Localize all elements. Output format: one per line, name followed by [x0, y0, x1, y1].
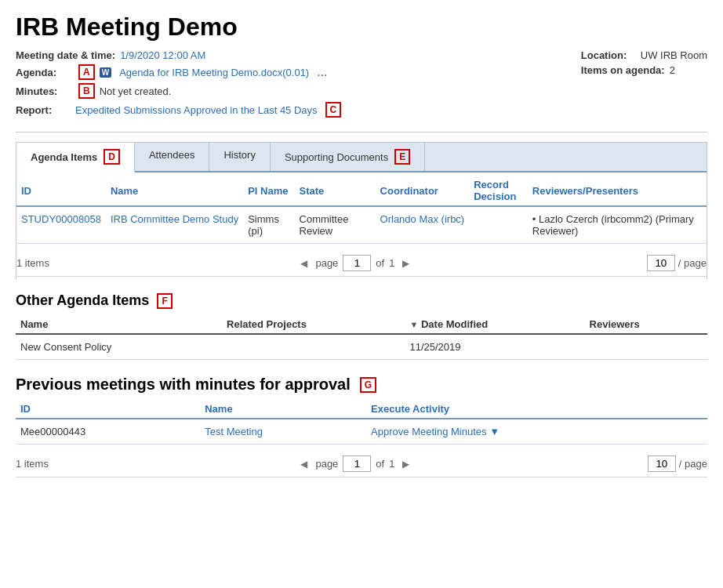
tabs-container: Agenda Items D Attendees History Support…	[16, 142, 707, 280]
agenda-pagination: 1 items ◀ page of 1 ▶ / page	[16, 250, 707, 277]
page-input[interactable]	[343, 255, 371, 271]
prev-next-page-button[interactable]: ▶	[399, 457, 412, 471]
of-label: of	[376, 257, 384, 269]
col-name: Name	[106, 172, 243, 206]
tab-agenda-items[interactable]: Agenda Items D	[16, 143, 135, 172]
agenda-items-count: 1 items	[16, 257, 64, 269]
col-id: ID	[16, 172, 106, 206]
tab-agenda-items-badge: D	[104, 149, 120, 165]
total-pages: 1	[389, 257, 394, 269]
agenda-table: ID Name PI Name State Coordinator Record…	[16, 172, 707, 244]
prev-page-button[interactable]: ◀	[297, 256, 311, 270]
section-divider	[16, 132, 707, 132]
cell-reviewers: Lazlo Czerch (irbcomm2) (Primary Reviewe…	[528, 206, 707, 244]
report-badge: C	[325, 102, 342, 118]
tab-supporting-docs-label: Supporting Documents	[285, 151, 388, 163]
prev-of-label: of	[376, 458, 384, 470]
cell-study-id[interactable]: STUDY00008058	[16, 206, 106, 244]
cell-study-name[interactable]: IRB Committee Demo Study	[106, 206, 243, 244]
page-title: IRB Meeting Demo	[16, 13, 707, 42]
prev-col-activity: Execute Activity	[366, 398, 707, 419]
agenda-file-link[interactable]: Agenda for IRB Meeting Demo.docx(0.01)	[119, 67, 309, 78]
minutes-label: Minutes:	[16, 85, 71, 97]
prev-cell-name[interactable]: Test Meeting	[200, 419, 366, 445]
location-value: UW IRB Room	[641, 49, 707, 61]
word-icon: W	[100, 67, 111, 78]
agenda-label: Agenda:	[16, 67, 71, 78]
other-col-related: Related Projects	[222, 314, 405, 334]
sort-arrow-icon: ▼	[409, 320, 418, 329]
tab-supporting-docs-badge: E	[394, 149, 410, 165]
per-page-label: / page	[678, 257, 707, 269]
prev-meetings-table: ID Name Execute Activity Mee00000443 Tes…	[16, 398, 707, 445]
prev-cell-activity[interactable]: Approve Meeting Minutes ▼	[366, 419, 707, 445]
other-col-reviewers: Reviewers	[585, 314, 707, 334]
tab-attendees-label: Attendees	[149, 149, 195, 161]
other-cell-name: New Consent Policy	[16, 334, 222, 360]
location-label: Location:	[581, 49, 636, 61]
col-pi-name: PI Name	[243, 172, 294, 206]
agenda-table-row: STUDY00008058 IRB Committee Demo Study S…	[16, 206, 707, 244]
prev-total-pages: 1	[389, 458, 394, 470]
other-col-name: Name	[16, 314, 222, 334]
other-agenda-label: Other Agenda Items	[16, 292, 149, 309]
other-cell-reviewers	[585, 334, 707, 360]
other-agenda-title: Other Agenda Items F	[16, 292, 707, 309]
prev-meeting-row: Mee00000443 Test Meeting Approve Meeting…	[16, 419, 707, 445]
prev-per-page-input[interactable]	[648, 456, 676, 472]
prev-page-label: page	[315, 458, 338, 470]
items-value: 2	[670, 64, 675, 76]
tab-agenda-items-label: Agenda Items	[31, 151, 97, 163]
prev-pagination: 1 items ◀ page of 1 ▶ / page	[16, 451, 707, 477]
other-agenda-badge: F	[157, 293, 172, 309]
agenda-items-panel: ID Name PI Name State Coordinator Record…	[16, 172, 707, 280]
other-cell-related	[222, 334, 405, 360]
prev-meetings-badge: G	[360, 377, 376, 393]
tab-history-label: History	[223, 149, 255, 161]
tab-attendees[interactable]: Attendees	[135, 143, 210, 171]
tab-history[interactable]: History	[209, 143, 270, 171]
date-label: Meeting date & time:	[16, 49, 115, 61]
report-label: Report:	[16, 104, 71, 116]
agenda-ellipsis-button[interactable]: ...	[314, 65, 330, 79]
per-page-input[interactable]	[647, 255, 675, 271]
prev-meetings-title: Previous meetings with minutes for appro…	[16, 376, 707, 394]
next-page-button[interactable]: ▶	[399, 256, 412, 270]
minutes-value: Not yet created.	[100, 85, 172, 97]
prev-items-count: 1 items	[16, 458, 63, 470]
prev-col-name: Name	[200, 398, 366, 419]
other-agenda-table: Name Related Projects ▼ Date Modified Re…	[16, 314, 707, 360]
report-link[interactable]: Expedited Submissions Approved in the La…	[75, 104, 318, 116]
cell-pi-name: Simms (pi)	[243, 206, 294, 244]
approve-meeting-button[interactable]: Approve Meeting Minutes ▼	[371, 426, 500, 437]
col-record-decision: Record Decision	[469, 172, 528, 206]
cell-record-decision	[469, 206, 528, 244]
col-state: State	[295, 172, 376, 206]
page-label: page	[315, 257, 338, 269]
items-label: Items on agenda:	[581, 64, 665, 76]
minutes-badge: B	[78, 83, 95, 99]
cell-coordinator[interactable]: Orlando Max (irbc)	[376, 206, 470, 244]
cell-state: Committee Review	[295, 206, 376, 244]
col-reviewers: Reviewers/Presenters	[528, 172, 707, 206]
other-col-date[interactable]: ▼ Date Modified	[405, 314, 584, 334]
date-value: 1/9/2020 12:00 AM	[120, 49, 205, 61]
meeting-meta: Meeting date & time: 1/9/2020 12:00 AM A…	[16, 49, 707, 121]
prev-col-id: ID	[16, 398, 200, 419]
prev-per-page-label: / page	[679, 458, 707, 470]
tabs-bar: Agenda Items D Attendees History Support…	[16, 143, 707, 172]
tab-supporting-docs[interactable]: Supporting Documents E	[271, 143, 425, 171]
prev-cell-id: Mee00000443	[16, 419, 200, 445]
other-cell-date: 11/25/2019	[405, 334, 584, 360]
prev-page-input[interactable]	[343, 456, 371, 472]
col-coordinator: Coordinator	[376, 172, 470, 206]
agenda-badge: A	[78, 64, 95, 80]
prev-prev-page-button[interactable]: ◀	[297, 457, 311, 471]
other-agenda-row: New Consent Policy 11/25/2019	[16, 334, 707, 360]
